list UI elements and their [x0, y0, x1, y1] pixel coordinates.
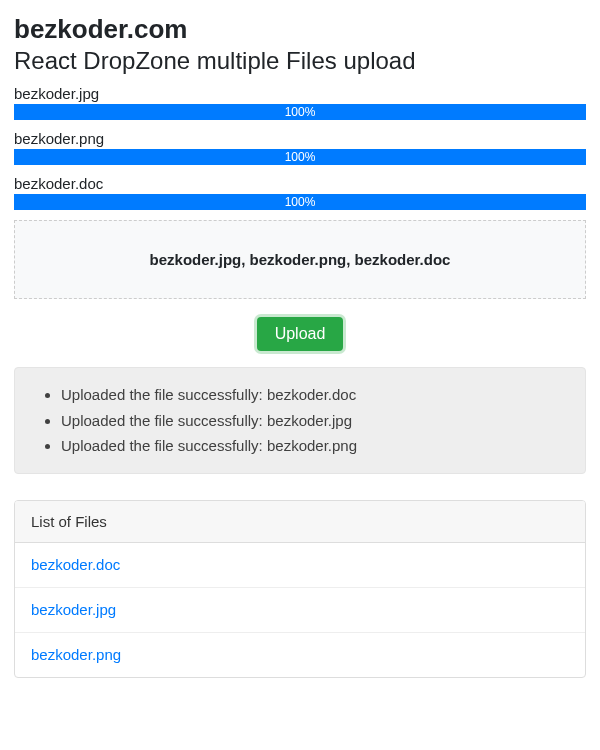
site-title: bezkoder.com: [14, 14, 586, 45]
progress-item: bezkoder.png 100%: [14, 130, 586, 165]
file-list-card: List of Files bezkoder.doc bezkoder.jpg …: [14, 500, 586, 678]
list-item: bezkoder.jpg: [15, 588, 585, 633]
page-title: React DropZone multiple Files upload: [14, 47, 586, 75]
progress-filename: bezkoder.png: [14, 130, 586, 147]
upload-messages: Uploaded the file successfully: bezkoder…: [14, 367, 586, 474]
progress-item: bezkoder.doc 100%: [14, 175, 586, 210]
upload-message: Uploaded the file successfully: bezkoder…: [61, 433, 567, 459]
progress-bar: 100%: [14, 104, 586, 120]
list-item: bezkoder.doc: [15, 543, 585, 588]
upload-button[interactable]: Upload: [257, 317, 344, 351]
upload-row: Upload: [14, 317, 586, 351]
progress-bar: 100%: [14, 194, 586, 210]
upload-message: Uploaded the file successfully: bezkoder…: [61, 408, 567, 434]
progress-track: 100%: [14, 104, 586, 120]
list-item: bezkoder.png: [15, 633, 585, 677]
file-list-header: List of Files: [15, 501, 585, 543]
progress-track: 100%: [14, 149, 586, 165]
progress-filename: bezkoder.jpg: [14, 85, 586, 102]
file-link[interactable]: bezkoder.png: [31, 646, 121, 663]
progress-bar: 100%: [14, 149, 586, 165]
file-link[interactable]: bezkoder.doc: [31, 556, 120, 573]
progress-track: 100%: [14, 194, 586, 210]
progress-item: bezkoder.jpg 100%: [14, 85, 586, 120]
file-link[interactable]: bezkoder.jpg: [31, 601, 116, 618]
progress-filename: bezkoder.doc: [14, 175, 586, 192]
upload-message: Uploaded the file successfully: bezkoder…: [61, 382, 567, 408]
file-list: bezkoder.doc bezkoder.jpg bezkoder.png: [15, 543, 585, 677]
dropzone[interactable]: bezkoder.jpg, bezkoder.png, bezkoder.doc: [14, 220, 586, 299]
dropzone-selected-files: bezkoder.jpg, bezkoder.png, bezkoder.doc: [25, 251, 575, 268]
